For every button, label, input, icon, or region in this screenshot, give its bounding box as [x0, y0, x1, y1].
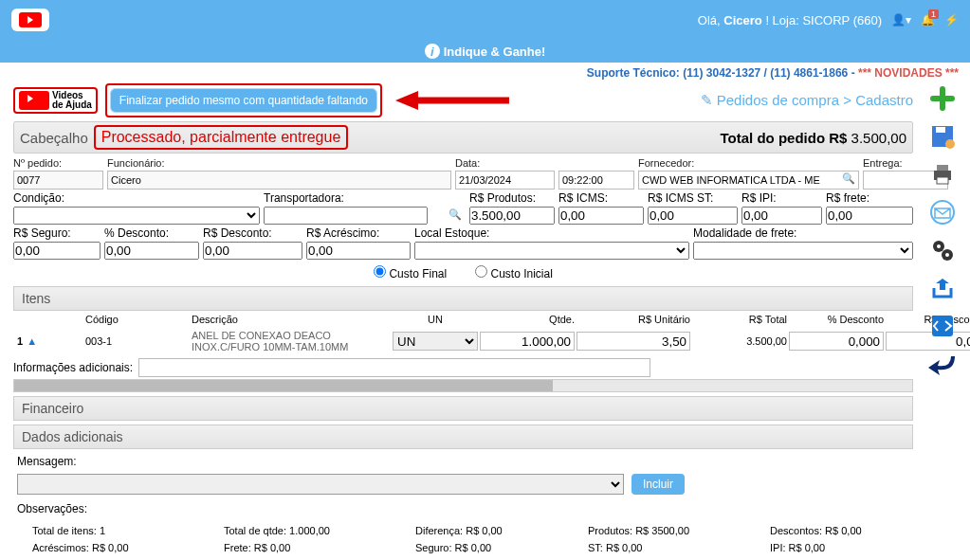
- condicao-select[interactable]: [13, 207, 260, 225]
- local-estoque-select[interactable]: [414, 242, 689, 260]
- youtube-icon: [19, 91, 49, 110]
- undo-button[interactable]: [927, 349, 958, 379]
- item-row: 1▲ 003-1 ANEL DE CONEXAO DEACO INOX.C/FU…: [13, 328, 913, 354]
- item-descricao: ANEL DE CONEXAO DEACO INOX.C/FURO 10MM-T…: [192, 330, 391, 352]
- label-observacoes: Observações:: [17, 502, 87, 515]
- arrow-annotation: [395, 89, 509, 112]
- label-fornecedor: Fornecedor:: [638, 157, 859, 169]
- label-modalidade-frete: Modalidade de frete:: [693, 226, 913, 240]
- dados-adic-section[interactable]: Dados adicionais: [13, 425, 913, 449]
- label-rs-desconto: R$ Desconto:: [203, 226, 302, 240]
- youtube-icon: [19, 12, 42, 27]
- label-condicao: Condição:: [13, 191, 260, 205]
- label-funcionario: Funcionário:: [107, 157, 386, 169]
- code-button[interactable]: [927, 311, 958, 341]
- label-transportadora: Transportadora:: [264, 191, 466, 205]
- financeiro-section[interactable]: Financeiro: [13, 396, 913, 421]
- label-rs-icms: R$ ICMS:: [558, 191, 644, 205]
- label-rs-produtos: R$ Produtos:: [469, 191, 555, 205]
- rs-frete-field[interactable]: [826, 207, 913, 225]
- add-button[interactable]: [927, 83, 958, 114]
- hora-field[interactable]: [558, 171, 634, 190]
- help-videos-button[interactable]: Videosde Ajuda: [13, 87, 98, 114]
- item-qtde-field[interactable]: [480, 332, 575, 351]
- item-rs-unit-field[interactable]: [577, 332, 690, 351]
- col-un: UN: [393, 314, 478, 325]
- svg-point-10: [945, 253, 949, 257]
- label-rs-acrescimo: R$ Acréscimo:: [306, 226, 411, 240]
- fornecedor-field[interactable]: [638, 171, 859, 190]
- triangle-icon[interactable]: ▲: [27, 335, 37, 347]
- finalizar-button[interactable]: Finalizar pedido mesmo com quantidade fa…: [110, 88, 377, 113]
- col-descricao: Descrição: [192, 314, 391, 325]
- rs-seguro-field[interactable]: [13, 242, 101, 260]
- item-codigo: 003-1: [85, 335, 190, 347]
- item-header-row: Código Descrição UN Qtde. R$ Unitário R$…: [13, 311, 913, 328]
- label-rs-seguro: R$ Seguro:: [13, 226, 101, 240]
- label-mensagem: Mensagem:: [17, 455, 77, 468]
- rs-produtos-field[interactable]: [469, 207, 555, 225]
- settings-button[interactable]: [927, 235, 958, 265]
- youtube-logo[interactable]: [11, 9, 49, 31]
- item-un-select[interactable]: UN: [393, 332, 478, 351]
- rs-ipi-field[interactable]: [741, 207, 822, 225]
- label-num-pedido: Nº pedido:: [13, 157, 103, 169]
- print-button[interactable]: [927, 159, 958, 190]
- notifications-button[interactable]: 🔔 1: [921, 13, 935, 27]
- label-info-adic: Informações adicionais:: [13, 361, 133, 374]
- email-button[interactable]: [927, 197, 958, 227]
- footer-totals: Total de itens: 1 Total de qtde: 1.000,0…: [13, 521, 913, 560]
- edit-icon[interactable]: ✎: [701, 92, 713, 108]
- right-rail: [921, 83, 964, 379]
- col-rs-total: R$ Total: [692, 314, 787, 325]
- breadcrumb-current: Cadastro: [855, 92, 913, 108]
- svg-point-2: [945, 139, 955, 149]
- bolt-icon[interactable]: ⚡: [944, 13, 959, 27]
- item-rs-total: 3.500,00: [692, 335, 787, 347]
- breadcrumb-parent[interactable]: Pedidos de compra: [717, 92, 839, 108]
- finalizar-box: Finalizar pedido mesmo com quantidade fa…: [105, 83, 382, 117]
- incluir-button[interactable]: Incluir: [631, 474, 685, 495]
- label-rs-ipi: R$ IPI:: [741, 191, 822, 205]
- label-rs-frete: R$ frete:: [826, 191, 913, 205]
- transportadora-field[interactable]: [264, 207, 428, 225]
- svg-rect-4: [937, 165, 948, 171]
- user-icon[interactable]: 👤▾: [891, 13, 911, 27]
- modalidade-frete-select[interactable]: [693, 242, 913, 260]
- data-field[interactable]: [455, 171, 555, 190]
- rs-acrescimo-field[interactable]: [306, 242, 411, 260]
- breadcrumb: ✎ Pedidos de compra > Cadastro: [701, 92, 913, 109]
- save-button[interactable]: [927, 121, 958, 152]
- rs-desconto-field[interactable]: [203, 242, 302, 260]
- label-data: Data:: [455, 157, 555, 169]
- indique-bar[interactable]: iIndique & Ganhe!: [0, 40, 970, 63]
- col-codigo: Código: [85, 314, 190, 325]
- cabecalho-header: Cabeçalho Processado, parcialmente entre…: [13, 121, 913, 154]
- total-pedido: Total do pedido R$ 3.500,00: [721, 130, 906, 146]
- col-pct-desc: % Desconto: [789, 314, 884, 325]
- pct-desconto-field[interactable]: [104, 242, 199, 260]
- label-local-estoque: Local Estoque:: [414, 226, 689, 240]
- rs-icms-field[interactable]: [558, 207, 644, 225]
- custo-final-radio[interactable]: Custo Final: [374, 265, 447, 280]
- horizontal-scrollbar[interactable]: [13, 379, 913, 392]
- info-adic-field[interactable]: [138, 358, 650, 377]
- num-pedido-field[interactable]: [13, 171, 103, 190]
- svg-rect-5: [937, 177, 948, 184]
- status-badge: Processado, parcialmente entregue: [94, 125, 349, 150]
- itens-section[interactable]: Itens: [13, 286, 913, 311]
- mensagem-select[interactable]: [17, 474, 624, 495]
- label-rs-icms-st: R$ ICMS ST:: [648, 191, 738, 205]
- rs-icms-st-field[interactable]: [648, 207, 738, 225]
- greeting: Olá, Cicero ! Loja: SICORP (660): [698, 13, 882, 27]
- export-button[interactable]: [927, 273, 958, 303]
- info-icon: i: [425, 44, 440, 59]
- item-pct-desc-field[interactable]: [789, 332, 884, 351]
- funcionario-field[interactable]: [107, 171, 451, 190]
- form-row1: Nº pedido: Funcionário: Data: Fornecedor…: [13, 157, 913, 190]
- custo-inicial-radio[interactable]: Custo Inicial: [475, 265, 553, 280]
- col-qtde: Qtde.: [480, 314, 575, 325]
- label-pct-desconto: % Desconto:: [104, 226, 199, 240]
- col-rs-unit: R$ Unitário: [577, 314, 690, 325]
- svg-point-9: [937, 244, 941, 248]
